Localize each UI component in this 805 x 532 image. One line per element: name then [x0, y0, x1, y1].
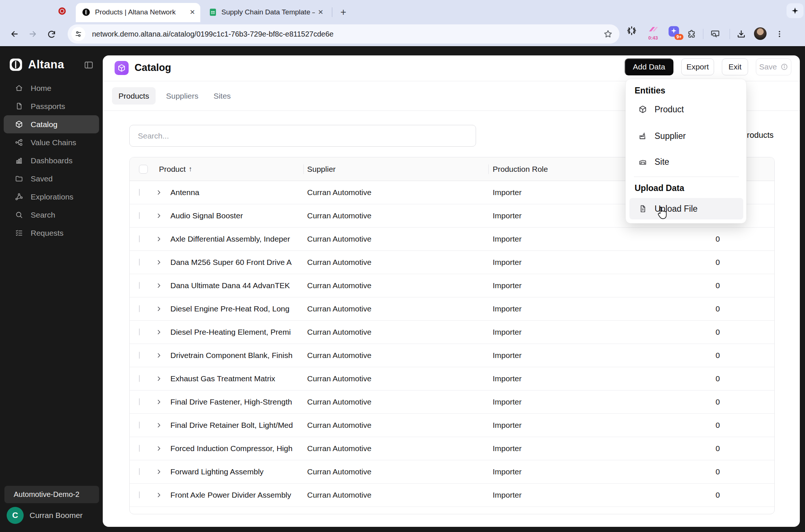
- dropdown-section-upload-data: Upload Data: [635, 183, 684, 193]
- chevron-right-icon[interactable]: [156, 190, 162, 195]
- user-row[interactable]: C Curran Boomer: [7, 507, 83, 524]
- row-checkbox[interactable]: [139, 212, 140, 219]
- table-row[interactable]: Forced Induction Compressor, High Curran…: [130, 437, 774, 460]
- table-row[interactable]: Diesel Pre-Heating Element, Premi Curran…: [130, 321, 774, 344]
- sidebar-item-value-chains[interactable]: Value Chains: [0, 133, 103, 151]
- box-icon: [638, 105, 647, 114]
- menu-item-upload-file[interactable]: Upload File: [629, 198, 743, 219]
- tab-divider: [332, 7, 332, 17]
- table-row[interactable]: Diesel Engine Pre-Heat Rod, Long Curran …: [130, 297, 774, 321]
- browser-tab-sheets[interactable]: Supply Chain Data Template – ✕: [203, 3, 329, 21]
- download-icon[interactable]: [734, 27, 748, 41]
- url-bar[interactable]: network.demo.altana.ai/catalog/0199c1c1-…: [68, 24, 619, 44]
- info-icon: [781, 63, 788, 71]
- browser-profile-avatar[interactable]: [754, 27, 767, 40]
- chevron-right-icon[interactable]: [156, 469, 162, 475]
- row-checkbox[interactable]: [139, 235, 140, 242]
- chevron-right-icon[interactable]: [156, 213, 162, 219]
- table-row[interactable]: Forward Lighting Assembly Curran Automot…: [130, 460, 774, 484]
- sort-ascending-icon[interactable]: ↑: [188, 165, 192, 173]
- row-checkbox[interactable]: [139, 282, 140, 289]
- sidebar-item-explorations[interactable]: Explorations: [0, 188, 103, 206]
- chevron-right-icon[interactable]: [156, 492, 162, 498]
- export-button[interactable]: Export: [681, 58, 714, 75]
- row-checkbox[interactable]: [139, 422, 140, 429]
- table-row[interactable]: Final Drive Retainer Bolt, Light/Med Cur…: [130, 414, 774, 437]
- kebab-menu-icon[interactable]: [772, 27, 787, 41]
- sparkle-icon[interactable]: [787, 3, 804, 18]
- select-all-checkbox[interactable]: [139, 165, 148, 174]
- back-icon[interactable]: [7, 27, 21, 41]
- supplier-name: Curran Automotive: [307, 351, 493, 360]
- table-row[interactable]: Front Axle Power Divider Assembly Curran…: [130, 484, 774, 507]
- column-header-product[interactable]: Product ↑: [159, 157, 192, 181]
- search-input[interactable]: [129, 125, 476, 147]
- add-data-button[interactable]: Add Data: [625, 58, 673, 75]
- tab-products[interactable]: Products: [112, 87, 156, 105]
- sidebar-item-saved[interactable]: Saved: [0, 170, 103, 188]
- refresh-icon[interactable]: [44, 27, 58, 41]
- tab-suppliers[interactable]: Suppliers: [164, 87, 200, 105]
- row-checkbox[interactable]: [139, 491, 140, 498]
- extension-with-badge-icon[interactable]: 9+: [668, 25, 680, 38]
- collapse-sidebar-icon[interactable]: [84, 60, 94, 70]
- chevron-right-icon[interactable]: [156, 446, 162, 451]
- chevron-right-icon[interactable]: [156, 422, 162, 428]
- site-settings-icon[interactable]: [71, 27, 85, 41]
- exit-button[interactable]: Exit: [722, 58, 748, 75]
- bookmark-star-icon[interactable]: [603, 29, 613, 39]
- sidebar-item-dashboards[interactable]: Dashboards: [0, 151, 103, 170]
- sidebar-item-search[interactable]: Search: [0, 206, 103, 224]
- table-row[interactable]: Final Drive Fastener, High-Strength Curr…: [130, 391, 774, 414]
- new-tab-button[interactable]: +: [336, 5, 350, 19]
- save-label: Save: [759, 62, 777, 71]
- row-checkbox[interactable]: [139, 328, 140, 335]
- table-row[interactable]: Exhaust Gas Treatment Matrix Curran Auto…: [130, 367, 774, 391]
- table-row[interactable]: Axle Differential Assembly, Indeper Curr…: [130, 228, 774, 251]
- chevron-right-icon[interactable]: [156, 329, 162, 335]
- table-row[interactable]: Dana M256 Super 60 Front Drive A Curran …: [130, 251, 774, 274]
- forward-icon[interactable]: [26, 27, 40, 41]
- file-icon: [638, 204, 647, 213]
- chevron-right-icon[interactable]: [156, 236, 162, 242]
- browser-tab-products[interactable]: Products | Altana Network ✕: [76, 3, 200, 21]
- workspace-selector[interactable]: Automotive-Demo-2: [4, 486, 99, 503]
- row-checkbox[interactable]: [139, 398, 140, 405]
- menu-item-product[interactable]: Product: [629, 100, 743, 118]
- row-checkbox[interactable]: [139, 305, 140, 312]
- supplier-name: Curran Automotive: [307, 328, 493, 337]
- url-text[interactable]: network.demo.altana.ai/catalog/0199c1c1-…: [92, 30, 603, 38]
- table-row[interactable]: Drivetrain Component Blank, Finish Curra…: [130, 344, 774, 367]
- save-button[interactable]: Save: [756, 58, 791, 75]
- chevron-right-icon[interactable]: [156, 306, 162, 312]
- sidebar-item-passports[interactable]: Passports: [0, 97, 103, 115]
- row-checkbox[interactable]: [139, 445, 140, 452]
- chevron-right-icon[interactable]: [156, 259, 162, 265]
- sidebar-item-requests[interactable]: Requests: [0, 224, 103, 242]
- sidebar-item-catalog[interactable]: Catalog: [4, 115, 99, 133]
- row-checkbox[interactable]: [139, 352, 140, 359]
- tab-close-icon[interactable]: ✕: [190, 8, 195, 16]
- screen-search-icon[interactable]: [708, 27, 722, 41]
- menu-item-site[interactable]: Site: [629, 153, 743, 171]
- tab-sites[interactable]: Sites: [212, 87, 232, 105]
- table-row[interactable]: Dana Ultimate Dana 44 AdvanTEK Curran Au…: [130, 274, 774, 297]
- row-checkbox[interactable]: [139, 468, 140, 475]
- menu-item-supplier[interactable]: Supplier: [629, 127, 743, 145]
- column-header-supplier[interactable]: Supplier: [307, 157, 336, 181]
- sidebar-item-home[interactable]: Home: [0, 79, 103, 97]
- row-checkbox[interactable]: [139, 259, 140, 266]
- tab-close-icon[interactable]: ✕: [318, 8, 323, 16]
- row-checkbox[interactable]: [139, 189, 140, 196]
- chevron-right-icon[interactable]: [156, 399, 162, 405]
- sidebar-item-label: Requests: [31, 229, 64, 238]
- chevron-right-icon[interactable]: [156, 376, 162, 382]
- spinner-extension-icon[interactable]: [626, 25, 637, 36]
- column-header-production-role[interactable]: Production Role: [493, 157, 548, 181]
- row-checkbox[interactable]: [139, 375, 140, 382]
- extensions-puzzle-icon[interactable]: [685, 27, 699, 41]
- timer-extension-icon[interactable]: 0:43: [648, 25, 659, 41]
- chevron-right-icon[interactable]: [156, 283, 162, 289]
- product-name: Diesel Engine Pre-Heat Rod, Long: [170, 304, 303, 313]
- chevron-right-icon[interactable]: [156, 352, 162, 358]
